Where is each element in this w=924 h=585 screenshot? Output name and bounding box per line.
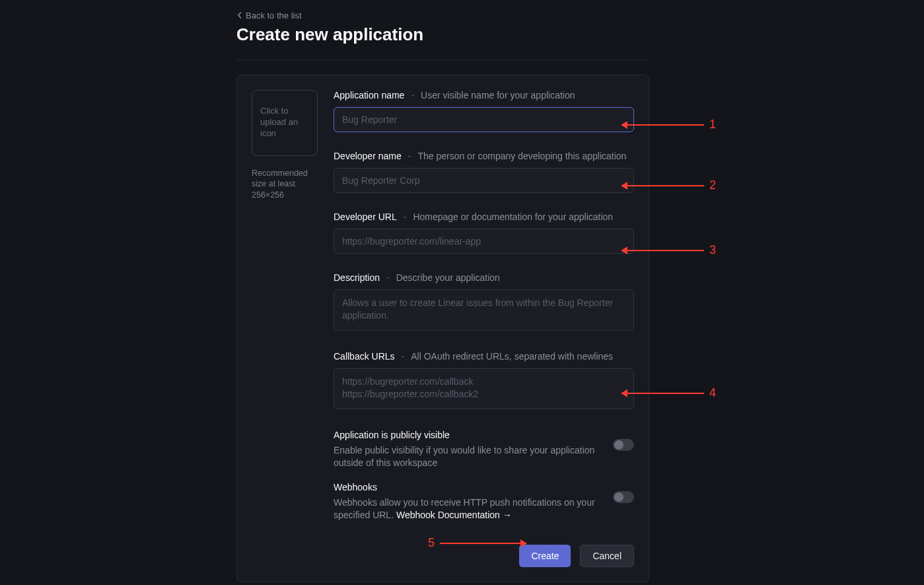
label-dash: - [411,90,414,100]
app-name-input[interactable] [334,107,634,132]
webhooks-desc: Webhooks allow you to receive HTTP push … [334,496,598,522]
webhooks-doc-link[interactable]: Webhook Documentation → [396,510,512,520]
button-row: Create Cancel [334,545,634,567]
label-dash: - [408,151,411,161]
chevron-left-icon [236,12,243,19]
label-dash: - [402,351,405,362]
description-hint: Describe your application [396,272,500,283]
dev-name-input[interactable] [334,168,634,193]
public-toggle[interactable] [613,439,634,451]
callbacks-input[interactable] [334,368,634,409]
dev-url-input[interactable] [334,229,634,254]
label-dash: - [404,212,407,222]
back-link[interactable]: Back to the list [236,11,302,24]
dev-url-label: Developer URL [334,212,397,222]
field-dev-name: Developer name - The person or company d… [334,151,634,193]
fields-column: Application name - User visible name for… [334,90,634,567]
description-label: Description [334,272,380,283]
dev-name-label: Developer name [334,151,402,161]
toggle-webhooks: Webhooks Webhooks allow you to receive H… [334,482,634,522]
toggle-public-visibility: Application is publicly visible Enable p… [334,430,634,470]
create-button[interactable]: Create [519,545,571,567]
field-callbacks: Callback URLs - All OAuth redirect URLs,… [334,351,634,411]
form-container: Back to the list Create new application … [236,0,649,582]
icon-upload-area[interactable]: Click to upload an icon [252,90,318,156]
back-link-label: Back to the list [246,11,302,20]
description-input[interactable] [334,290,634,331]
callbacks-hint: All OAuth redirect URLs, separated with … [411,351,613,362]
dev-url-hint: Homepage or documentation for your appli… [413,212,613,222]
webhooks-title: Webhooks [334,482,598,492]
public-desc: Enable public visibility if you would li… [334,444,598,470]
field-description: Description - Describe your application [334,272,634,332]
icon-column: Click to upload an icon Recommended size… [252,90,318,567]
public-title: Application is publicly visible [334,430,598,440]
cancel-button[interactable]: Cancel [580,545,634,567]
dev-name-hint: The person or company developing this ap… [417,151,626,161]
callbacks-label: Callback URLs [334,351,395,362]
form-card: Click to upload an icon Recommended size… [236,75,649,582]
app-name-label: Application name [334,90,404,100]
app-name-hint: User visible name for your application [421,90,575,100]
icon-upload-prompt: Click to upload an icon [260,106,309,139]
webhooks-toggle[interactable] [613,491,634,503]
field-dev-url: Developer URL - Homepage or documentatio… [334,212,634,254]
label-dash: - [386,272,390,283]
page-title: Create new application [236,24,649,60]
field-app-name: Application name - User visible name for… [334,90,634,132]
icon-upload-note: Recommended size at least 256×256 [252,168,318,202]
